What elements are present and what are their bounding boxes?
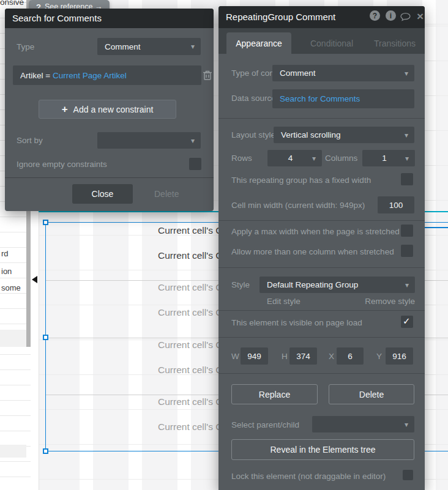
fixed-width-checkbox[interactable] — [401, 173, 413, 185]
constraint-key: Artikel = — [20, 71, 50, 80]
resize-handle[interactable] — [43, 448, 48, 454]
search-for-comments-popup: Search for Comments Type Comment ▾ Artik… — [5, 9, 214, 211]
sort-by-label: Sort by — [17, 136, 43, 145]
help-icon[interactable]: ? — [370, 10, 380, 21]
add-constraint-button[interactable]: + Add a new constraint — [39, 100, 176, 119]
divider — [218, 220, 425, 221]
data-source-field[interactable]: Search for Comments — [272, 89, 414, 108]
inspector-title-text: RepeatingGroup Comment — [226, 12, 335, 22]
type-of-content-dropdown[interactable]: Comment ▾ — [272, 65, 414, 81]
delete-button[interactable]: Delete — [329, 384, 414, 404]
cell-text: Current cell's C — [158, 307, 222, 318]
w-value: 949 — [247, 352, 261, 361]
type-of-content-value: Comment — [280, 69, 316, 78]
rows-dropdown[interactable]: 4 ▾ — [267, 150, 322, 166]
chevron-down-icon: ▾ — [405, 131, 408, 139]
comment-bubble-icon[interactable] — [400, 12, 411, 22]
layout-style-value: Vertical scrolling — [281, 130, 341, 139]
add-constraint-label: Add a new constraint — [73, 105, 154, 114]
tab-transitions-label: Transitions — [374, 39, 416, 48]
cell-text: Current cell's C — [158, 282, 222, 293]
inspector-title: RepeatingGroup Comment ? i × — [218, 6, 425, 28]
bubble-editor-screen: rd ion some onsive Current cell's C Curr… — [0, 0, 448, 490]
responsive-tab-fragment: onsive — [0, 0, 24, 7]
select-parent-dropdown[interactable]: ▾ — [312, 416, 414, 432]
columns-dropdown[interactable]: 1 ▾ — [362, 150, 415, 166]
reveal-in-tree-button[interactable]: Reveal in the Elements tree — [231, 439, 414, 460]
cell-min-width-label: Cell min width (current width: 949px) — [231, 201, 365, 210]
chevron-down-icon: ▾ — [312, 154, 316, 163]
reveal-label: Reveal in the Elements tree — [271, 445, 376, 455]
h-label: H — [282, 352, 288, 361]
ignore-empty-label: Ignore empty constraints — [17, 160, 107, 169]
cell-min-width-input[interactable]: 100 — [378, 196, 414, 213]
chevron-down-icon: ▾ — [405, 281, 409, 289]
footer-divider — [5, 177, 214, 178]
sidebar-row-highlight — [0, 445, 26, 458]
sidebar-row-highlight — [0, 330, 26, 347]
rows-value: 4 — [288, 154, 293, 163]
data-source-link[interactable]: Search for Comments — [280, 94, 360, 103]
type-dropdown[interactable]: Comment ▾ — [97, 38, 201, 55]
tab-conditional[interactable]: Conditional — [300, 32, 364, 54]
resize-handle[interactable] — [43, 220, 48, 225]
divider — [218, 337, 425, 338]
h-input[interactable]: 374 — [289, 347, 317, 365]
sidebar-item-fragment: rd — [1, 249, 9, 258]
replace-label: Replace — [259, 390, 290, 399]
constraint-row[interactable]: Artikel = Current Page Artikel — [13, 65, 201, 85]
type-label: Type — [17, 42, 34, 51]
cell-text: Current cell's C — [158, 365, 222, 376]
y-label: Y — [376, 352, 382, 361]
tab-conditional-label: Conditional — [310, 39, 353, 48]
divider — [218, 310, 425, 311]
info-icon[interactable]: i — [386, 10, 396, 21]
visible-checkbox[interactable] — [401, 316, 413, 328]
max-width-checkbox[interactable] — [401, 225, 413, 237]
data-source-label: Data source — [231, 94, 276, 103]
sidebar-item-fragment: some — [1, 283, 21, 292]
select-parent-label: Select parent/child — [231, 420, 299, 429]
constraint-value-link[interactable]: Current Page Artikel — [53, 71, 127, 80]
cell-text: Current cell's C — [158, 340, 222, 351]
cell-text: Current cell's C — [158, 250, 222, 261]
trash-icon[interactable] — [203, 70, 212, 81]
delete-button-disabled[interactable]: Delete — [154, 189, 179, 199]
cell-min-width-value: 100 — [389, 201, 403, 210]
allow-columns-checkbox[interactable] — [401, 245, 413, 257]
remove-style-link[interactable]: Remove style — [365, 297, 415, 306]
replace-button[interactable]: Replace — [231, 384, 318, 404]
sidebar-item-fragment: ion — [1, 267, 12, 276]
divider — [218, 118, 425, 119]
sort-by-dropdown[interactable]: ▾ — [97, 132, 201, 149]
rows-label: Rows — [231, 154, 252, 163]
tab-appearance[interactable]: Appearance — [226, 32, 291, 54]
x-input[interactable]: 6 — [337, 347, 364, 365]
close-button[interactable]: Close — [72, 184, 133, 204]
resize-handle[interactable] — [43, 335, 48, 340]
y-input[interactable]: 916 — [386, 347, 413, 365]
allow-columns-label: Allow more than one column when stretche… — [231, 247, 394, 256]
cell-text: Current cell's C — [158, 396, 222, 407]
type-value: Comment — [105, 42, 141, 51]
repeating-group-inspector: RepeatingGroup Comment ? i × Appearance … — [218, 6, 425, 490]
tab-transitions[interactable]: Transitions — [363, 32, 427, 54]
lock-label: Lock this element (not draggable in edit… — [231, 472, 386, 481]
chevron-down-icon: ▾ — [405, 420, 408, 429]
close-icon[interactable]: × — [415, 11, 425, 21]
chevron-down-icon: ▾ — [191, 136, 195, 145]
edit-style-link[interactable]: Edit style — [267, 297, 301, 306]
collapse-sidebar-icon[interactable] — [32, 276, 37, 283]
chevron-down-icon: ▾ — [405, 69, 408, 78]
divider — [218, 267, 425, 268]
layout-style-dropdown[interactable]: Vertical scrolling ▾ — [274, 127, 414, 143]
w-input[interactable]: 949 — [241, 347, 268, 365]
ignore-empty-checkbox[interactable] — [189, 158, 201, 170]
style-value: Default Repeating Group — [267, 280, 358, 289]
columns-label: Columns — [325, 154, 357, 163]
style-label: Style — [231, 280, 250, 289]
lock-checkbox[interactable] — [403, 470, 413, 480]
fixed-width-label: This repeating group has a fixed width — [231, 176, 371, 185]
style-dropdown[interactable]: Default Repeating Group ▾ — [259, 277, 415, 293]
cell-text: Current cell's C — [158, 421, 222, 432]
